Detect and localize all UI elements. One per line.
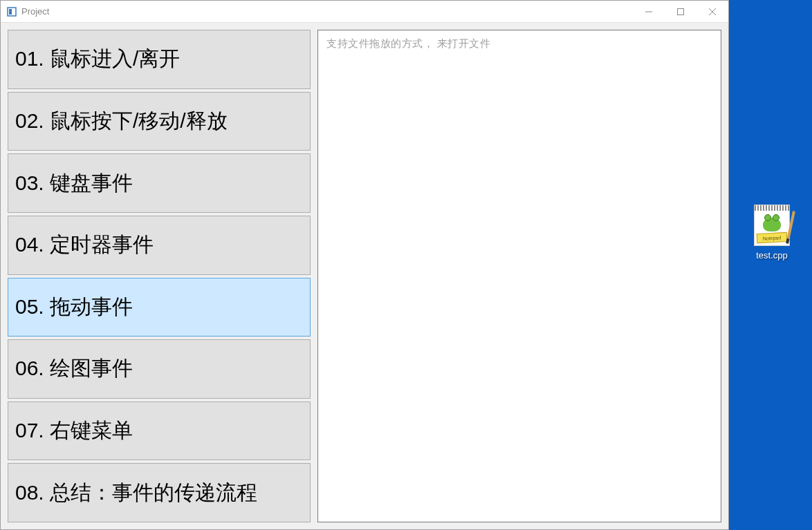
svg-rect-1	[9, 9, 12, 15]
sidebar-item-label: 04. 定时器事件	[15, 231, 154, 259]
sidebar-item-08[interactable]: 08. 总结：事件的传递流程	[8, 463, 311, 522]
maximize-button[interactable]	[665, 1, 696, 22]
app-window: Project 01. 鼠标进入/离开 02. 鼠标按下/移动/释放 03. 键…	[0, 0, 729, 530]
sidebar-item-label: 01. 鼠标进入/离开	[15, 45, 180, 73]
titlebar[interactable]: Project	[1, 1, 728, 23]
sidebar-item-04[interactable]: 04. 定时器事件	[8, 216, 311, 275]
desktop-file-icon[interactable]: Notepad test.cpp	[744, 205, 800, 261]
window-body: 01. 鼠标进入/离开 02. 鼠标按下/移动/释放 03. 键盘事件 04. …	[1, 23, 728, 529]
sidebar-item-01[interactable]: 01. 鼠标进入/离开	[8, 30, 311, 89]
drop-area[interactable]: 支持文件拖放的方式， 来打开文件	[317, 30, 721, 522]
notepad-file-icon: Notepad	[754, 205, 790, 246]
app-icon	[6, 6, 17, 17]
window-controls	[633, 1, 728, 22]
sidebar-item-05[interactable]: 05. 拖动事件	[8, 278, 311, 337]
desktop-file-label: test.cpp	[756, 250, 788, 261]
close-button[interactable]	[696, 1, 728, 22]
sidebar-item-02[interactable]: 02. 鼠标按下/移动/释放	[8, 92, 311, 151]
drop-placeholder: 支持文件拖放的方式， 来打开文件	[326, 37, 712, 50]
sidebar-item-label: 08. 总结：事件的传递流程	[15, 479, 257, 507]
minimize-button[interactable]	[633, 1, 665, 22]
sidebar: 01. 鼠标进入/离开 02. 鼠标按下/移动/释放 03. 键盘事件 04. …	[8, 30, 311, 522]
sidebar-item-label: 06. 绘图事件	[15, 354, 133, 383]
sidebar-item-label: 07. 右键菜单	[15, 417, 133, 445]
icon-banner: Notepad	[757, 232, 788, 243]
sidebar-item-03[interactable]: 03. 键盘事件	[8, 153, 311, 213]
sidebar-item-07[interactable]: 07. 右键菜单	[8, 401, 311, 461]
sidebar-item-06[interactable]: 06. 绘图事件	[8, 339, 311, 399]
svg-rect-3	[678, 8, 684, 15]
sidebar-item-label: 02. 鼠标按下/移动/释放	[15, 107, 228, 135]
sidebar-item-label: 05. 拖动事件	[15, 293, 133, 321]
window-title: Project	[21, 6, 633, 17]
sidebar-item-label: 03. 键盘事件	[15, 169, 133, 198]
